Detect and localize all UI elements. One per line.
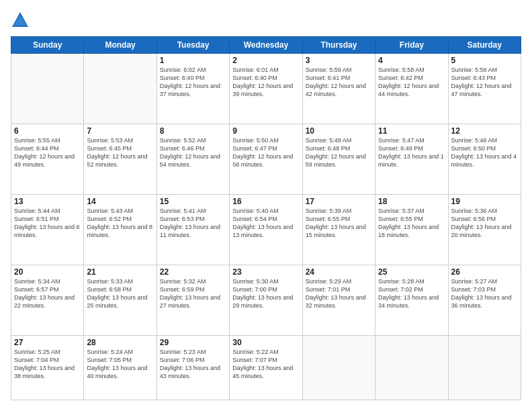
calendar-cell bbox=[84, 54, 157, 124]
day-info: Sunrise: 6:01 AMSunset: 6:40 PMDaylight:… bbox=[232, 66, 299, 99]
day-number: 11 bbox=[378, 126, 445, 136]
calendar-cell: 26Sunrise: 5:27 AMSunset: 7:03 PMDayligh… bbox=[448, 265, 521, 335]
day-number: 1 bbox=[160, 56, 226, 65]
day-info: Sunrise: 5:47 AMSunset: 6:49 PMDaylight:… bbox=[378, 136, 445, 169]
calendar-cell bbox=[448, 335, 521, 400]
day-info: Sunrise: 5:25 AMSunset: 7:04 PMDaylight:… bbox=[14, 348, 81, 381]
calendar-cell: 7Sunrise: 5:53 AMSunset: 6:45 PMDaylight… bbox=[84, 124, 157, 194]
day-number: 7 bbox=[87, 126, 153, 136]
calendar-cell: 23Sunrise: 5:30 AMSunset: 7:00 PMDayligh… bbox=[230, 265, 302, 335]
day-info: Sunrise: 5:34 AMSunset: 6:57 PMDaylight:… bbox=[14, 277, 81, 310]
day-number: 24 bbox=[306, 267, 372, 277]
weekday-header-wednesday: Wednesday bbox=[230, 37, 302, 54]
page: SundayMondayTuesdayWednesdayThursdayFrid… bbox=[0, 0, 532, 411]
day-info: Sunrise: 5:41 AMSunset: 6:53 PMDaylight:… bbox=[160, 207, 226, 240]
calendar-cell bbox=[302, 335, 375, 400]
calendar-cell: 1Sunrise: 6:02 AMSunset: 6:40 PMDaylight… bbox=[157, 54, 229, 124]
day-number: 26 bbox=[451, 267, 518, 277]
weekday-header-thursday: Thursday bbox=[302, 37, 375, 54]
weekday-header-sunday: Sunday bbox=[11, 37, 84, 54]
calendar-cell: 4Sunrise: 5:58 AMSunset: 6:42 PMDaylight… bbox=[375, 54, 448, 124]
day-number: 23 bbox=[232, 267, 299, 277]
calendar-cell: 17Sunrise: 5:39 AMSunset: 6:55 PMDayligh… bbox=[302, 194, 375, 265]
calendar-cell: 12Sunrise: 5:46 AMSunset: 6:50 PMDayligh… bbox=[448, 124, 521, 194]
calendar-week-row: 6Sunrise: 5:55 AMSunset: 6:44 PMDaylight… bbox=[11, 124, 521, 194]
day-info: Sunrise: 5:22 AMSunset: 7:07 PMDaylight:… bbox=[232, 348, 299, 381]
calendar-cell: 29Sunrise: 5:23 AMSunset: 7:06 PMDayligh… bbox=[157, 335, 229, 400]
calendar-week-row: 13Sunrise: 5:44 AMSunset: 6:51 PMDayligh… bbox=[11, 194, 521, 265]
day-info: Sunrise: 5:23 AMSunset: 7:06 PMDaylight:… bbox=[160, 348, 226, 381]
calendar-cell: 14Sunrise: 5:43 AMSunset: 6:52 PMDayligh… bbox=[84, 194, 157, 265]
day-info: Sunrise: 5:52 AMSunset: 6:46 PMDaylight:… bbox=[160, 136, 226, 169]
day-number: 8 bbox=[160, 126, 226, 136]
calendar-cell bbox=[11, 54, 84, 124]
day-number: 25 bbox=[378, 267, 445, 277]
calendar-cell: 9Sunrise: 5:50 AMSunset: 6:47 PMDaylight… bbox=[230, 124, 302, 194]
day-number: 29 bbox=[160, 338, 226, 347]
day-info: Sunrise: 5:33 AMSunset: 6:58 PMDaylight:… bbox=[87, 277, 153, 310]
calendar-week-row: 20Sunrise: 5:34 AMSunset: 6:57 PMDayligh… bbox=[11, 265, 521, 335]
day-number: 21 bbox=[87, 267, 153, 277]
calendar-cell: 3Sunrise: 5:59 AMSunset: 6:41 PMDaylight… bbox=[302, 54, 375, 124]
calendar-cell: 18Sunrise: 5:37 AMSunset: 6:55 PMDayligh… bbox=[375, 194, 448, 265]
calendar-cell: 22Sunrise: 5:32 AMSunset: 6:59 PMDayligh… bbox=[157, 265, 229, 335]
day-number: 19 bbox=[451, 197, 518, 206]
day-info: Sunrise: 5:56 AMSunset: 6:43 PMDaylight:… bbox=[451, 66, 518, 99]
day-number: 12 bbox=[451, 126, 518, 136]
calendar-cell bbox=[375, 335, 448, 400]
weekday-header-friday: Friday bbox=[375, 37, 448, 54]
day-info: Sunrise: 5:55 AMSunset: 6:44 PMDaylight:… bbox=[14, 136, 81, 169]
calendar-table: SundayMondayTuesdayWednesdayThursdayFrid… bbox=[11, 36, 521, 400]
day-number: 6 bbox=[14, 126, 81, 136]
day-info: Sunrise: 5:46 AMSunset: 6:50 PMDaylight:… bbox=[451, 136, 518, 169]
calendar-cell: 19Sunrise: 5:36 AMSunset: 6:56 PMDayligh… bbox=[448, 194, 521, 265]
weekday-header-tuesday: Tuesday bbox=[157, 37, 229, 54]
day-info: Sunrise: 5:43 AMSunset: 6:52 PMDaylight:… bbox=[87, 207, 153, 240]
day-info: Sunrise: 5:53 AMSunset: 6:45 PMDaylight:… bbox=[87, 136, 153, 169]
day-number: 18 bbox=[378, 197, 445, 206]
day-number: 3 bbox=[306, 56, 372, 65]
day-number: 5 bbox=[451, 56, 518, 65]
calendar-cell: 15Sunrise: 5:41 AMSunset: 6:53 PMDayligh… bbox=[157, 194, 229, 265]
day-info: Sunrise: 5:39 AMSunset: 6:55 PMDaylight:… bbox=[306, 207, 372, 240]
day-info: Sunrise: 5:24 AMSunset: 7:05 PMDaylight:… bbox=[87, 348, 153, 381]
calendar-cell: 25Sunrise: 5:28 AMSunset: 7:02 PMDayligh… bbox=[375, 265, 448, 335]
day-info: Sunrise: 6:02 AMSunset: 6:40 PMDaylight:… bbox=[160, 66, 226, 99]
day-info: Sunrise: 5:37 AMSunset: 6:55 PMDaylight:… bbox=[378, 207, 445, 240]
day-number: 27 bbox=[14, 338, 81, 347]
weekday-header-row: SundayMondayTuesdayWednesdayThursdayFrid… bbox=[11, 37, 521, 54]
calendar-cell: 16Sunrise: 5:40 AMSunset: 6:54 PMDayligh… bbox=[230, 194, 302, 265]
day-info: Sunrise: 5:30 AMSunset: 7:00 PMDaylight:… bbox=[232, 277, 299, 310]
day-number: 2 bbox=[232, 56, 299, 65]
day-number: 17 bbox=[306, 197, 372, 206]
calendar-cell: 27Sunrise: 5:25 AMSunset: 7:04 PMDayligh… bbox=[11, 335, 84, 400]
day-number: 15 bbox=[160, 197, 226, 206]
day-info: Sunrise: 5:28 AMSunset: 7:02 PMDaylight:… bbox=[378, 277, 445, 310]
calendar-cell: 8Sunrise: 5:52 AMSunset: 6:46 PMDaylight… bbox=[157, 124, 229, 194]
day-info: Sunrise: 5:58 AMSunset: 6:42 PMDaylight:… bbox=[378, 66, 445, 99]
day-number: 22 bbox=[160, 267, 226, 277]
day-number: 9 bbox=[232, 126, 299, 136]
calendar-cell: 28Sunrise: 5:24 AMSunset: 7:05 PMDayligh… bbox=[84, 335, 157, 400]
day-info: Sunrise: 5:29 AMSunset: 7:01 PMDaylight:… bbox=[306, 277, 372, 310]
day-number: 4 bbox=[378, 56, 445, 65]
day-number: 20 bbox=[14, 267, 81, 277]
svg-marker-1 bbox=[13, 15, 27, 26]
calendar-cell: 5Sunrise: 5:56 AMSunset: 6:43 PMDaylight… bbox=[448, 54, 521, 124]
day-info: Sunrise: 5:50 AMSunset: 6:47 PMDaylight:… bbox=[232, 136, 299, 169]
calendar-cell: 20Sunrise: 5:34 AMSunset: 6:57 PMDayligh… bbox=[11, 265, 84, 335]
day-info: Sunrise: 5:59 AMSunset: 6:41 PMDaylight:… bbox=[306, 66, 372, 99]
calendar-cell: 30Sunrise: 5:22 AMSunset: 7:07 PMDayligh… bbox=[230, 335, 302, 400]
weekday-header-saturday: Saturday bbox=[448, 37, 521, 54]
day-info: Sunrise: 5:32 AMSunset: 6:59 PMDaylight:… bbox=[160, 277, 226, 310]
day-number: 14 bbox=[87, 197, 153, 206]
calendar-cell: 2Sunrise: 6:01 AMSunset: 6:40 PMDaylight… bbox=[230, 54, 302, 124]
weekday-header-monday: Monday bbox=[84, 37, 157, 54]
header bbox=[11, 11, 521, 30]
day-info: Sunrise: 5:36 AMSunset: 6:56 PMDaylight:… bbox=[451, 207, 518, 240]
day-info: Sunrise: 5:44 AMSunset: 6:51 PMDaylight:… bbox=[14, 207, 81, 240]
calendar-cell: 10Sunrise: 5:49 AMSunset: 6:48 PMDayligh… bbox=[302, 124, 375, 194]
calendar-cell: 21Sunrise: 5:33 AMSunset: 6:58 PMDayligh… bbox=[84, 265, 157, 335]
day-info: Sunrise: 5:27 AMSunset: 7:03 PMDaylight:… bbox=[451, 277, 518, 310]
day-info: Sunrise: 5:49 AMSunset: 6:48 PMDaylight:… bbox=[306, 136, 372, 169]
